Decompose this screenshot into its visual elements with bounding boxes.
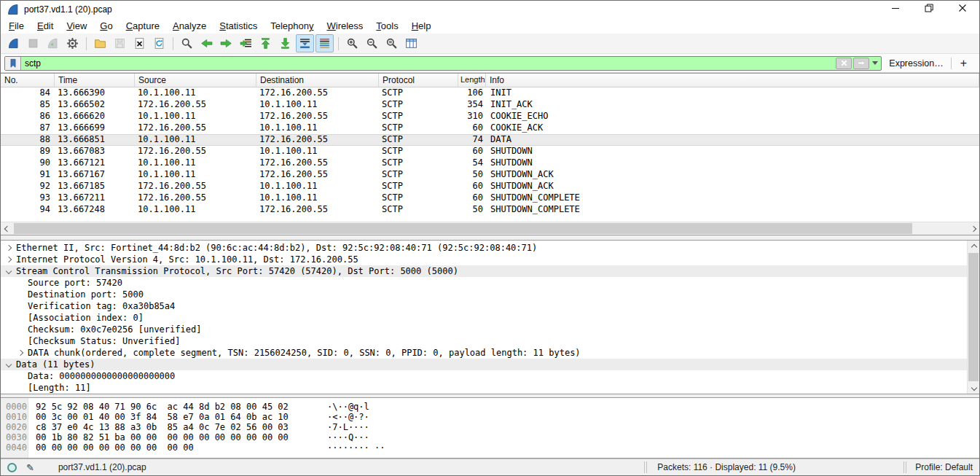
cell-source: 10.1.100.11	[135, 204, 256, 216]
packet-row-85[interactable]: 8513.666502172.16.200.5510.1.100.11SCTP3…	[1, 99, 979, 111]
add-filter-button[interactable]: +	[952, 57, 976, 70]
expand-icon[interactable]	[17, 350, 23, 356]
packet-row-91[interactable]: 9113.66716710.1.100.11172.16.200.55SCTP5…	[1, 169, 979, 181]
detail-line[interactable]: Stream Control Transmission Protocol, Sr…	[1, 265, 979, 277]
packet-row-94[interactable]: 9413.66724810.1.100.11172.16.200.55SCTP5…	[1, 204, 979, 216]
detail-line[interactable]: Ethernet II, Src: Fortinet_44:8d:b2 (90:…	[1, 242, 979, 254]
open-file-button[interactable]	[91, 34, 109, 52]
save-file-button[interactable]	[111, 34, 129, 52]
status-profile[interactable]: Profile: Default	[906, 462, 979, 472]
close-file-button[interactable]	[130, 34, 149, 52]
hex-row-0040[interactable]: 004000 00 00 00 00 00 00 00 00 00·······…	[1, 442, 979, 453]
resize-columns-button[interactable]	[402, 34, 420, 52]
detail-line[interactable]: Internet Protocol Version 4, Src: 10.1.1…	[1, 254, 979, 265]
zoom-reset-button[interactable]	[383, 34, 401, 52]
scroll-down-button[interactable]	[968, 381, 979, 394]
start-capture-button[interactable]	[4, 34, 23, 52]
detail-line[interactable]: Destination port: 5000	[1, 289, 979, 300]
column-header-protocol[interactable]: Protocol	[379, 74, 458, 87]
detail-line[interactable]: [Association index: 0]	[1, 312, 979, 324]
detail-line[interactable]: [Length: 11]	[1, 382, 979, 394]
menu-item-go[interactable]: Go	[93, 19, 119, 33]
horizontal-scrollbar[interactable]	[1, 222, 979, 235]
go-last-button[interactable]	[276, 34, 294, 52]
expression-button[interactable]: Expression…	[889, 58, 943, 69]
wireshark-logo-icon	[7, 3, 20, 16]
packet-row-93[interactable]: 9313.667211172.16.200.5510.1.100.11SCTP6…	[1, 192, 979, 204]
vertical-scroll-thumb[interactable]	[968, 253, 979, 381]
packet-row-84[interactable]: 8413.66639010.1.100.11172.16.200.55SCTP1…	[1, 87, 979, 99]
display-filter-input[interactable]	[21, 58, 836, 69]
menu-item-statistics[interactable]: Statistics	[213, 19, 264, 33]
detail-line[interactable]: Data (11 bytes)	[1, 359, 979, 370]
collapse-icon[interactable]	[6, 362, 12, 367]
minimize-button[interactable]	[879, 1, 912, 18]
menu-item-edit[interactable]: Edit	[31, 19, 60, 33]
horizontal-scroll-thumb[interactable]	[14, 223, 912, 234]
go-forward-button[interactable]	[217, 34, 235, 52]
column-header-destination[interactable]: Destination	[256, 74, 379, 87]
find-packet-button[interactable]	[178, 34, 196, 52]
cell-protocol: SCTP	[379, 169, 458, 181]
auto-scroll-button[interactable]	[296, 34, 314, 52]
packet-row-88[interactable]: 8813.66685110.1.100.11172.16.200.55SCTP7…	[1, 134, 979, 146]
apply-filter-button[interactable]	[853, 58, 869, 69]
filter-bookmark-button[interactable]	[5, 57, 21, 70]
menu-item-capture[interactable]: Capture	[119, 19, 166, 33]
zoom-out-button[interactable]	[363, 34, 381, 52]
expand-icon[interactable]	[6, 257, 12, 262]
expand-icon[interactable]	[6, 245, 12, 251]
packet-row-90[interactable]: 9013.66712110.1.100.11172.16.200.55SCTP5…	[1, 157, 979, 169]
close-button[interactable]	[946, 1, 979, 18]
packet-row-87[interactable]: 8713.666699172.16.200.5510.1.100.11SCTP6…	[1, 122, 979, 134]
menu-item-telephony[interactable]: Telephony	[264, 19, 320, 33]
detail-line[interactable]: Source port: 57420	[1, 277, 979, 289]
column-header-info[interactable]: Info	[486, 74, 979, 87]
go-first-button[interactable]	[256, 34, 275, 52]
packet-row-92[interactable]: 9213.667185172.16.200.5510.1.100.11SCTP6…	[1, 181, 979, 192]
scroll-left-button[interactable]	[1, 222, 13, 235]
collapse-icon[interactable]	[6, 268, 12, 274]
menu-item-analyze[interactable]: Analyze	[166, 19, 213, 33]
expert-info-icon[interactable]	[7, 463, 17, 472]
capture-options-button[interactable]	[63, 34, 82, 52]
stop-capture-button[interactable]	[24, 34, 42, 52]
column-header-length[interactable]: Length	[458, 74, 486, 87]
zoom-in-button[interactable]	[343, 34, 361, 52]
hex-row-0030[interactable]: 003000 1b 80 82 51 ba 00 00 00 00 00 00 …	[1, 432, 979, 442]
menu-item-file[interactable]: File	[2, 19, 31, 33]
detail-line[interactable]: Verification tag: 0xa30b85a4	[1, 300, 979, 312]
hex-row-0010[interactable]: 001000 3c 00 01 40 00 3f 84 58 e7 0a 01 …	[1, 412, 979, 422]
menu-item-tools[interactable]: Tools	[369, 19, 404, 33]
menu-item-view[interactable]: View	[60, 19, 93, 33]
packet-row-89[interactable]: 8913.667083172.16.200.5510.1.100.11SCTP6…	[1, 146, 979, 157]
scroll-up-button[interactable]	[968, 241, 979, 253]
detail-line[interactable]: Data: 0000000000000000000000	[1, 370, 979, 382]
detail-line[interactable]: DATA chunk(ordered, complete segment, TS…	[1, 347, 979, 359]
hex-row-0000[interactable]: 000092 5c 92 08 40 71 90 6c ac 44 8d b2 …	[1, 402, 979, 412]
capture-comment-icon[interactable]: ✎	[26, 462, 34, 473]
menu-item-help[interactable]: Help	[405, 19, 438, 33]
go-to-packet-button[interactable]	[237, 34, 255, 52]
scroll-right-button[interactable]	[967, 222, 979, 235]
restart-capture-button[interactable]	[44, 34, 62, 52]
detail-line[interactable]: Checksum: 0x0c7e0256 [unverified]	[1, 324, 979, 335]
column-header-time[interactable]: Time	[55, 74, 135, 87]
reload-file-button[interactable]	[150, 34, 168, 52]
detail-line[interactable]: [Checksum Status: Unverified]	[1, 335, 979, 347]
vertical-scrollbar[interactable]	[967, 241, 979, 394]
clear-filter-button[interactable]	[836, 58, 852, 69]
hex-row-0020[interactable]: 0020c8 37 e0 4c 13 88 a3 0b 85 a4 0c 7e …	[1, 422, 979, 432]
column-header-no[interactable]: No.	[1, 74, 55, 87]
restore-button[interactable]	[912, 1, 946, 18]
go-back-button[interactable]	[197, 34, 216, 52]
packet-row-86[interactable]: 8613.66662010.1.100.11172.16.200.55SCTP3…	[1, 111, 979, 122]
cell-info: DATA	[486, 134, 979, 146]
detail-text: Internet Protocol Version 4, Src: 10.1.1…	[16, 254, 358, 265]
column-header-source[interactable]: Source	[135, 74, 256, 87]
filter-history-dropdown-icon[interactable]	[872, 61, 878, 65]
cell-protocol: SCTP	[379, 134, 458, 146]
menu-item-wireless[interactable]: Wireless	[321, 19, 370, 33]
cell-time: 13.667083	[55, 146, 135, 157]
colorize-button[interactable]	[315, 34, 334, 52]
